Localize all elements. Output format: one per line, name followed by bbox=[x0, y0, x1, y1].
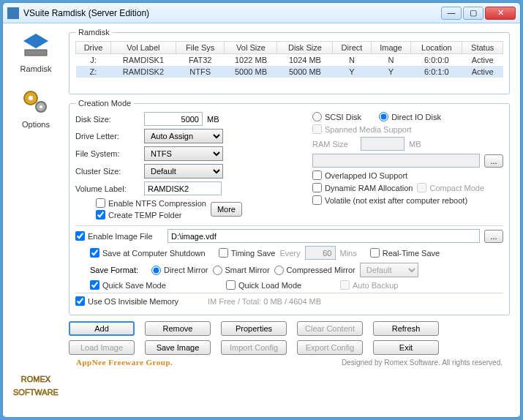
app-icon bbox=[7, 7, 19, 19]
drive-letter-select[interactable]: Auto Assign bbox=[144, 129, 223, 143]
more-button[interactable]: More bbox=[211, 202, 242, 217]
volume-label-label: Volume Label: bbox=[75, 184, 140, 193]
volume-label-input[interactable] bbox=[144, 181, 222, 195]
exit-button[interactable]: Exit bbox=[373, 340, 439, 355]
cluster-select[interactable]: Default bbox=[144, 164, 223, 179]
browse-button-1[interactable]: ... bbox=[484, 154, 503, 168]
gear-icon bbox=[20, 86, 51, 117]
footer-text: Designed by Romex Software. All rights r… bbox=[342, 359, 503, 367]
drive-letter-label: Drive Letter: bbox=[75, 132, 140, 140]
auto-backup-check[interactable]: Auto Backup bbox=[340, 280, 398, 290]
temp-folder-check[interactable]: Create TEMP Folder bbox=[96, 210, 206, 220]
invisible-memory-check[interactable]: Use OS Invisible Memory bbox=[75, 296, 203, 306]
svg-point-3 bbox=[29, 96, 33, 100]
table-row[interactable] bbox=[76, 78, 503, 88]
mins-label: Mins bbox=[340, 249, 357, 258]
overlapped-check[interactable]: Overlapped IO Support bbox=[312, 170, 407, 180]
browse-button-2[interactable]: ... bbox=[484, 230, 503, 243]
add-button[interactable]: Add bbox=[69, 321, 135, 336]
disk-size-input[interactable] bbox=[144, 112, 203, 126]
close-button[interactable]: ✕ bbox=[485, 7, 516, 20]
svg-text:ROMEX: ROMEX bbox=[21, 375, 51, 383]
dynamic-check[interactable]: Dynamic RAM Allocation bbox=[312, 183, 413, 192]
load-image-button[interactable]: Load Image bbox=[69, 340, 135, 355]
export-config-button[interactable]: Export Config bbox=[297, 340, 363, 355]
properties-button[interactable]: Properties bbox=[221, 321, 287, 336]
refresh-button[interactable]: Refresh bbox=[373, 321, 439, 336]
col-status[interactable]: Status bbox=[462, 42, 503, 54]
every-input bbox=[305, 246, 336, 260]
import-config-button[interactable]: Import Config bbox=[221, 340, 287, 355]
col-disksize[interactable]: Disk Size bbox=[277, 42, 333, 54]
sidebar-item-options[interactable]: Options bbox=[20, 86, 51, 129]
table-row[interactable]: J: RAMDISK1 FAT32 1022 MB 1024 MB N N 6:… bbox=[76, 54, 503, 67]
col-image[interactable]: Image bbox=[371, 42, 411, 54]
drive-table[interactable]: Drive Vol Label File Sys Vol Size Disk S… bbox=[75, 41, 503, 88]
ramdisk-icon bbox=[20, 31, 51, 61]
ramdisk-fieldset: Ramdisk Drive Vol Label File Sys Vol Siz… bbox=[69, 28, 510, 94]
volatile-check[interactable]: Volatile (not exist after computer reboo… bbox=[312, 195, 467, 205]
quick-save-check[interactable]: Quick Save Mode bbox=[90, 280, 222, 290]
col-location[interactable]: Location bbox=[411, 42, 462, 54]
realtime-check[interactable]: Real-Time Save bbox=[370, 248, 440, 258]
scsi-radio[interactable]: SCSI Disk bbox=[312, 112, 361, 121]
save-shutdown-check[interactable]: Save at Computer Shutdown bbox=[90, 248, 206, 258]
sidebar-item-ramdisk[interactable]: Ramdisk bbox=[20, 31, 52, 73]
svg-point-5 bbox=[39, 105, 42, 108]
table-row[interactable]: Z: RAMDISK2 NTFS 5000 MB 5000 MB Y Y 6:0… bbox=[76, 66, 503, 78]
spanned-check[interactable]: Spanned Media Support bbox=[312, 124, 412, 134]
col-filesys[interactable]: File Sys bbox=[176, 42, 225, 54]
maximize-button[interactable]: ▢ bbox=[463, 7, 484, 20]
col-volsize[interactable]: Vol Size bbox=[225, 42, 277, 54]
remove-button[interactable]: Remove bbox=[145, 321, 211, 336]
filesystem-label: File System: bbox=[75, 149, 140, 158]
romex-logo: ROMEXSOFTWARE bbox=[10, 366, 61, 402]
quick-load-check[interactable]: Quick Load Mode bbox=[226, 280, 336, 290]
window-title: VSuite Ramdisk (Server Edition) bbox=[23, 8, 441, 18]
every-label: Every bbox=[279, 249, 300, 258]
enable-image-check[interactable]: Enable Image File bbox=[75, 231, 163, 241]
svg-text:SOFTWARE: SOFTWARE bbox=[13, 388, 59, 397]
direct-mirror-radio[interactable]: Direct Mirror bbox=[151, 266, 208, 275]
compact-check[interactable]: Compact Mode bbox=[417, 183, 484, 192]
clear-button[interactable]: Clear Content bbox=[297, 321, 363, 336]
cluster-label: Cluster Size: bbox=[75, 167, 140, 176]
filesystem-select[interactable]: NTFS bbox=[144, 146, 223, 161]
timing-save-check[interactable]: Timing Save bbox=[219, 248, 276, 258]
directio-radio[interactable]: Direct IO Disk bbox=[379, 112, 441, 121]
appnee-link[interactable]: AppNee Freeware Group. bbox=[76, 358, 173, 367]
ramsize-label: RAM Size bbox=[312, 140, 356, 149]
disk-size-label: Disk Size: bbox=[75, 115, 140, 124]
compress-level-select: Default bbox=[360, 263, 418, 277]
titlebar: VSuite Ramdisk (Server Edition) — ▢ ✕ bbox=[3, 3, 520, 23]
sidebar-item-label: Options bbox=[22, 120, 50, 129]
smart-mirror-radio[interactable]: Smart Mirror bbox=[213, 266, 270, 275]
ramsize-input bbox=[361, 137, 405, 151]
related-path-input bbox=[312, 154, 480, 168]
col-direct[interactable]: Direct bbox=[333, 42, 371, 54]
svg-rect-1 bbox=[25, 50, 47, 56]
mb-label-2: MB bbox=[409, 140, 421, 149]
compressed-mirror-radio[interactable]: Compressed Mirror bbox=[274, 266, 355, 275]
col-drive[interactable]: Drive bbox=[76, 42, 111, 54]
im-stats: IM Free / Total: 0 MB / 4604 MB bbox=[208, 297, 321, 306]
ramdisk-legend: Ramdisk bbox=[75, 28, 113, 37]
sidebar-item-label: Ramdisk bbox=[20, 64, 52, 73]
save-image-button[interactable]: Save Image bbox=[145, 340, 211, 355]
col-vollabel[interactable]: Vol Label bbox=[110, 42, 176, 54]
image-path-input[interactable] bbox=[168, 229, 480, 243]
mb-label: MB bbox=[207, 115, 219, 124]
ntfs-compression-check[interactable]: Enable NTFS Compression bbox=[96, 198, 206, 208]
svg-marker-0 bbox=[23, 34, 48, 48]
minimize-button[interactable]: — bbox=[441, 7, 462, 20]
creation-fieldset: Creation Mode Disk Size: MB Drive Letter… bbox=[69, 99, 510, 315]
sidebar: Ramdisk Options ROMEXSOFTWARE bbox=[3, 23, 69, 417]
creation-legend: Creation Mode bbox=[75, 99, 134, 108]
save-format-label: Save Format: bbox=[90, 266, 147, 274]
